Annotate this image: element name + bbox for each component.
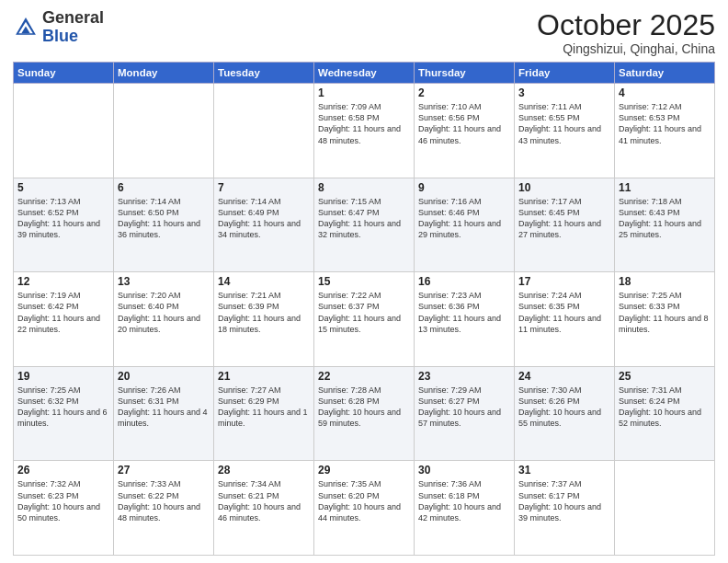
calendar-week-1: 1Sunrise: 7:09 AM Sunset: 6:58 PM Daylig… bbox=[14, 84, 715, 178]
day-number: 3 bbox=[518, 86, 610, 99]
calendar-week-2: 5Sunrise: 7:13 AM Sunset: 6:52 PM Daylig… bbox=[14, 178, 715, 272]
calendar-cell: 26Sunrise: 7:32 AM Sunset: 6:23 PM Dayli… bbox=[14, 461, 114, 556]
calendar-cell: 21Sunrise: 7:27 AM Sunset: 6:29 PM Dayli… bbox=[214, 366, 314, 461]
calendar-cell: 29Sunrise: 7:35 AM Sunset: 6:20 PM Dayli… bbox=[314, 461, 415, 556]
day-number: 1 bbox=[318, 86, 410, 99]
calendar-cell: 13Sunrise: 7:20 AM Sunset: 6:40 PM Dayli… bbox=[114, 272, 214, 367]
logo-text: General Blue bbox=[42, 9, 104, 46]
day-info: Sunrise: 7:30 AM Sunset: 6:26 PM Dayligh… bbox=[518, 385, 610, 430]
day-info: Sunrise: 7:36 AM Sunset: 6:18 PM Dayligh… bbox=[418, 478, 510, 523]
title-block: October 2025 Qingshizui, Qinghai, China bbox=[537, 9, 715, 56]
day-info: Sunrise: 7:14 AM Sunset: 6:49 PM Dayligh… bbox=[218, 196, 310, 241]
day-number: 18 bbox=[619, 275, 711, 288]
day-number: 24 bbox=[518, 370, 610, 383]
day-number: 10 bbox=[518, 181, 610, 194]
day-info: Sunrise: 7:18 AM Sunset: 6:43 PM Dayligh… bbox=[619, 196, 711, 241]
day-info: Sunrise: 7:17 AM Sunset: 6:45 PM Dayligh… bbox=[518, 196, 610, 241]
day-info: Sunrise: 7:31 AM Sunset: 6:24 PM Dayligh… bbox=[619, 385, 711, 430]
calendar-week-5: 26Sunrise: 7:32 AM Sunset: 6:23 PM Dayli… bbox=[14, 461, 715, 556]
day-number: 21 bbox=[218, 370, 310, 383]
day-info: Sunrise: 7:15 AM Sunset: 6:47 PM Dayligh… bbox=[318, 196, 410, 241]
logo: General Blue bbox=[13, 9, 104, 46]
location-subtitle: Qingshizui, Qinghai, China bbox=[537, 41, 715, 56]
day-number: 7 bbox=[218, 181, 310, 194]
col-wednesday: Wednesday bbox=[314, 63, 415, 84]
day-info: Sunrise: 7:23 AM Sunset: 6:36 PM Dayligh… bbox=[418, 290, 510, 335]
day-info: Sunrise: 7:35 AM Sunset: 6:20 PM Dayligh… bbox=[318, 478, 410, 523]
day-info: Sunrise: 7:24 AM Sunset: 6:35 PM Dayligh… bbox=[518, 290, 610, 335]
day-info: Sunrise: 7:12 AM Sunset: 6:53 PM Dayligh… bbox=[619, 101, 711, 146]
logo-general: General bbox=[42, 8, 104, 27]
day-number: 25 bbox=[619, 370, 711, 383]
calendar-cell: 27Sunrise: 7:33 AM Sunset: 6:22 PM Dayli… bbox=[114, 461, 214, 556]
calendar-cell: 31Sunrise: 7:37 AM Sunset: 6:17 PM Dayli… bbox=[515, 461, 615, 556]
day-info: Sunrise: 7:32 AM Sunset: 6:23 PM Dayligh… bbox=[17, 478, 109, 523]
calendar-header-row: Sunday Monday Tuesday Wednesday Thursday… bbox=[14, 63, 715, 84]
day-info: Sunrise: 7:33 AM Sunset: 6:22 PM Dayligh… bbox=[118, 478, 210, 523]
day-number: 14 bbox=[218, 275, 310, 288]
day-number: 23 bbox=[418, 370, 510, 383]
calendar-week-3: 12Sunrise: 7:19 AM Sunset: 6:42 PM Dayli… bbox=[14, 272, 715, 367]
day-number: 27 bbox=[118, 464, 210, 477]
col-friday: Friday bbox=[515, 63, 615, 84]
day-info: Sunrise: 7:26 AM Sunset: 6:31 PM Dayligh… bbox=[118, 385, 210, 430]
day-number: 4 bbox=[619, 86, 711, 99]
header: General Blue October 2025 Qingshizui, Qi… bbox=[13, 9, 715, 56]
day-info: Sunrise: 7:25 AM Sunset: 6:33 PM Dayligh… bbox=[619, 290, 711, 335]
day-info: Sunrise: 7:13 AM Sunset: 6:52 PM Dayligh… bbox=[17, 196, 109, 241]
day-info: Sunrise: 7:34 AM Sunset: 6:21 PM Dayligh… bbox=[218, 478, 310, 523]
day-info: Sunrise: 7:11 AM Sunset: 6:55 PM Dayligh… bbox=[518, 101, 610, 146]
day-number: 26 bbox=[17, 464, 109, 477]
day-info: Sunrise: 7:09 AM Sunset: 6:58 PM Dayligh… bbox=[318, 101, 410, 146]
day-number: 11 bbox=[619, 181, 711, 194]
calendar-cell: 3Sunrise: 7:11 AM Sunset: 6:55 PM Daylig… bbox=[515, 84, 615, 178]
calendar-cell: 18Sunrise: 7:25 AM Sunset: 6:33 PM Dayli… bbox=[615, 272, 715, 367]
day-number: 16 bbox=[418, 275, 510, 288]
col-sunday: Sunday bbox=[14, 63, 114, 84]
day-number: 30 bbox=[418, 464, 510, 477]
calendar-cell bbox=[214, 84, 314, 178]
calendar-cell: 28Sunrise: 7:34 AM Sunset: 6:21 PM Dayli… bbox=[214, 461, 314, 556]
page: General Blue October 2025 Qingshizui, Qi… bbox=[0, 0, 728, 563]
calendar-cell: 23Sunrise: 7:29 AM Sunset: 6:27 PM Dayli… bbox=[415, 366, 515, 461]
day-info: Sunrise: 7:16 AM Sunset: 6:46 PM Dayligh… bbox=[418, 196, 510, 241]
day-info: Sunrise: 7:22 AM Sunset: 6:37 PM Dayligh… bbox=[318, 290, 410, 335]
calendar-cell: 10Sunrise: 7:17 AM Sunset: 6:45 PM Dayli… bbox=[515, 178, 615, 272]
calendar-cell: 19Sunrise: 7:25 AM Sunset: 6:32 PM Dayli… bbox=[14, 366, 114, 461]
day-number: 12 bbox=[17, 275, 109, 288]
day-info: Sunrise: 7:10 AM Sunset: 6:56 PM Dayligh… bbox=[418, 101, 510, 146]
col-saturday: Saturday bbox=[615, 63, 715, 84]
col-thursday: Thursday bbox=[415, 63, 515, 84]
day-info: Sunrise: 7:28 AM Sunset: 6:28 PM Dayligh… bbox=[318, 385, 410, 430]
day-number: 17 bbox=[518, 275, 610, 288]
day-info: Sunrise: 7:37 AM Sunset: 6:17 PM Dayligh… bbox=[518, 478, 610, 523]
calendar-cell: 11Sunrise: 7:18 AM Sunset: 6:43 PM Dayli… bbox=[615, 178, 715, 272]
day-info: Sunrise: 7:25 AM Sunset: 6:32 PM Dayligh… bbox=[17, 385, 109, 430]
calendar-cell: 20Sunrise: 7:26 AM Sunset: 6:31 PM Dayli… bbox=[114, 366, 214, 461]
calendar-cell: 6Sunrise: 7:14 AM Sunset: 6:50 PM Daylig… bbox=[114, 178, 214, 272]
calendar-cell: 16Sunrise: 7:23 AM Sunset: 6:36 PM Dayli… bbox=[415, 272, 515, 367]
calendar-cell: 15Sunrise: 7:22 AM Sunset: 6:37 PM Dayli… bbox=[314, 272, 415, 367]
day-number: 31 bbox=[518, 464, 610, 477]
calendar-cell: 9Sunrise: 7:16 AM Sunset: 6:46 PM Daylig… bbox=[415, 178, 515, 272]
day-number: 29 bbox=[318, 464, 410, 477]
calendar-cell: 17Sunrise: 7:24 AM Sunset: 6:35 PM Dayli… bbox=[515, 272, 615, 367]
logo-blue: Blue bbox=[42, 27, 78, 45]
day-number: 28 bbox=[218, 464, 310, 477]
calendar-cell: 2Sunrise: 7:10 AM Sunset: 6:56 PM Daylig… bbox=[415, 84, 515, 178]
month-title: October 2025 bbox=[537, 9, 715, 41]
calendar-week-4: 19Sunrise: 7:25 AM Sunset: 6:32 PM Dayli… bbox=[14, 366, 715, 461]
day-info: Sunrise: 7:27 AM Sunset: 6:29 PM Dayligh… bbox=[218, 385, 310, 430]
day-info: Sunrise: 7:19 AM Sunset: 6:42 PM Dayligh… bbox=[17, 290, 109, 335]
day-number: 9 bbox=[418, 181, 510, 194]
day-info: Sunrise: 7:21 AM Sunset: 6:39 PM Dayligh… bbox=[218, 290, 310, 335]
day-info: Sunrise: 7:14 AM Sunset: 6:50 PM Dayligh… bbox=[118, 196, 210, 241]
calendar-cell: 22Sunrise: 7:28 AM Sunset: 6:28 PM Dayli… bbox=[314, 366, 415, 461]
calendar-cell: 7Sunrise: 7:14 AM Sunset: 6:49 PM Daylig… bbox=[214, 178, 314, 272]
col-monday: Monday bbox=[114, 63, 214, 84]
day-number: 6 bbox=[118, 181, 210, 194]
calendar-cell bbox=[114, 84, 214, 178]
day-number: 5 bbox=[17, 181, 109, 194]
day-number: 20 bbox=[118, 370, 210, 383]
day-number: 15 bbox=[318, 275, 410, 288]
